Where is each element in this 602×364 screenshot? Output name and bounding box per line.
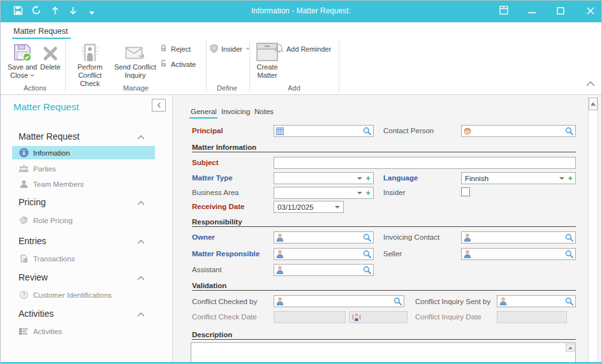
principal-field[interactable] bbox=[274, 125, 374, 137]
nav-group-matter-request: Matter Request bbox=[18, 131, 80, 142]
person-icon bbox=[276, 266, 284, 274]
chevron-down-icon[interactable] bbox=[335, 206, 340, 208]
search-icon[interactable] bbox=[393, 297, 402, 305]
ribbon-options-button[interactable] bbox=[498, 6, 510, 17]
description-textarea-wrap bbox=[191, 342, 576, 363]
ribbon-group-actions: Actions bbox=[6, 84, 64, 92]
add-new-icon[interactable]: + bbox=[568, 174, 573, 182]
send-conflict-inquiry-button[interactable]: Send Conflict Inquiry bbox=[113, 40, 158, 80]
close-button[interactable] bbox=[585, 6, 596, 17]
tab-notes[interactable]: Notes bbox=[254, 108, 274, 115]
conflict-inquiry-sent-by-field[interactable] bbox=[497, 295, 576, 307]
subject-field[interactable] bbox=[274, 157, 576, 169]
owner-field[interactable] bbox=[274, 231, 374, 244]
collapse-group-entries[interactable] bbox=[137, 240, 146, 244]
ribbon-group-define: Define bbox=[207, 84, 247, 92]
sidebar-item-parties[interactable]: Parties bbox=[12, 162, 155, 175]
ribbon-group-manage: Manage bbox=[68, 84, 203, 92]
vertical-scrollbar[interactable] bbox=[588, 96, 598, 363]
language-combo[interactable]: Finnish + bbox=[461, 172, 576, 184]
add-new-icon[interactable]: + bbox=[365, 189, 371, 197]
ribbon-separator bbox=[206, 40, 207, 92]
search-icon[interactable] bbox=[565, 127, 573, 135]
activate-button[interactable]: Activate bbox=[159, 59, 196, 69]
collapse-group-matter-request[interactable] bbox=[137, 135, 146, 140]
collapse-group-review[interactable] bbox=[137, 276, 146, 280]
collapse-group-pricing[interactable] bbox=[137, 201, 146, 205]
receiving-date-field[interactable]: 03/11/2025 bbox=[274, 201, 344, 213]
perform-label-line1: Perform bbox=[77, 63, 102, 71]
sidebar-item-transactions[interactable]: Transactions bbox=[12, 252, 155, 265]
insider-checkbox[interactable] bbox=[461, 187, 470, 196]
save-and-close-button[interactable]: Save and Close bbox=[6, 40, 39, 80]
sidebar-item-information[interactable]: Information bbox=[12, 146, 155, 159]
sidebar-item-activities[interactable]: Activities bbox=[12, 324, 155, 338]
maximize-button[interactable] bbox=[555, 6, 566, 17]
sidebar-title: Matter Request bbox=[13, 101, 79, 112]
search-icon[interactable] bbox=[565, 233, 573, 242]
delete-button[interactable]: Delete bbox=[38, 40, 63, 71]
conflict-check-date-label: Conflict Check Date bbox=[192, 313, 257, 321]
chevron-down-icon[interactable] bbox=[357, 192, 362, 194]
business-area-combo[interactable]: + bbox=[274, 187, 374, 199]
collapse-group-activities[interactable] bbox=[137, 312, 146, 317]
invoicing-contact-field[interactable] bbox=[461, 231, 576, 244]
delete-label: Delete bbox=[40, 63, 61, 71]
search-icon[interactable] bbox=[363, 233, 371, 242]
chevron-left-icon bbox=[157, 102, 161, 108]
ribbon-tab-underline bbox=[12, 38, 71, 39]
ribbon: Matter Request Save and Close Delete bbox=[1, 22, 601, 95]
description-textarea[interactable] bbox=[191, 343, 575, 363]
conflict-checked-by-field[interactable] bbox=[274, 295, 404, 307]
ribbon-collapse-button[interactable] bbox=[586, 81, 596, 89]
conflict-check-run-button[interactable] bbox=[349, 311, 407, 323]
person-icon bbox=[464, 250, 471, 258]
sidebar-item-label: Parties bbox=[33, 165, 56, 173]
reject-button[interactable]: Reject bbox=[159, 43, 191, 54]
matter-type-combo[interactable]: + bbox=[274, 172, 374, 184]
ribbon-options-icon bbox=[499, 6, 508, 17]
tab-invoicing[interactable]: Invoicing bbox=[221, 108, 250, 115]
chevron-down-icon[interactable] bbox=[357, 177, 362, 180]
minimize-icon bbox=[528, 6, 536, 17]
ribbon-separator bbox=[249, 40, 250, 92]
description-scroll-up-button[interactable] bbox=[566, 344, 575, 352]
language-value: Finnish bbox=[465, 175, 488, 182]
role-pricing-icon bbox=[17, 216, 30, 224]
parties-icon bbox=[17, 164, 30, 173]
conflict-inquiry-date-field bbox=[497, 311, 567, 323]
subject-input[interactable] bbox=[274, 157, 575, 168]
person-icon bbox=[276, 233, 284, 242]
assistant-label: Assistant bbox=[192, 266, 222, 273]
section-description: Description bbox=[192, 331, 232, 339]
tab-general[interactable]: General bbox=[191, 108, 217, 115]
window-bottom-border bbox=[1, 362, 601, 363]
add-new-icon[interactable]: + bbox=[365, 174, 371, 182]
matter-responsible-field[interactable] bbox=[274, 248, 374, 260]
perform-conflict-check-button[interactable]: Perform Conflict Check bbox=[68, 40, 112, 88]
sidebar-item-team-members[interactable]: Team Members bbox=[12, 177, 155, 191]
scrollbar-up-button[interactable] bbox=[589, 98, 598, 110]
add-reminder-button[interactable]: Add Reminder bbox=[275, 43, 331, 54]
chevron-down-icon[interactable] bbox=[559, 177, 564, 180]
search-icon[interactable] bbox=[363, 127, 371, 135]
sidebar-item-role-pricing[interactable]: Role Pricing bbox=[12, 214, 155, 227]
assistant-field[interactable] bbox=[274, 264, 374, 276]
reject-label: Reject bbox=[171, 45, 191, 53]
contact-person-field[interactable] bbox=[461, 125, 576, 137]
insider-dropdown-button[interactable]: Insider bbox=[210, 43, 250, 54]
search-icon[interactable] bbox=[363, 250, 371, 258]
section-rule bbox=[192, 226, 576, 227]
ribbon-tab-matter-request[interactable]: Matter Request bbox=[13, 27, 68, 38]
sidebar-item-customer-identifications[interactable]: ? Customer Identifications bbox=[12, 288, 155, 302]
insider-label: Insider bbox=[221, 45, 242, 53]
search-icon[interactable] bbox=[565, 250, 573, 258]
sidebar-collapse-button[interactable] bbox=[152, 99, 166, 112]
minimize-button[interactable] bbox=[526, 6, 538, 17]
search-icon[interactable] bbox=[565, 297, 573, 305]
search-icon[interactable] bbox=[363, 266, 371, 274]
chevron-down-icon bbox=[30, 74, 34, 77]
seller-field[interactable] bbox=[461, 248, 576, 260]
language-label: Language bbox=[383, 174, 418, 182]
send-label-line1: Send Conflict bbox=[114, 63, 156, 71]
